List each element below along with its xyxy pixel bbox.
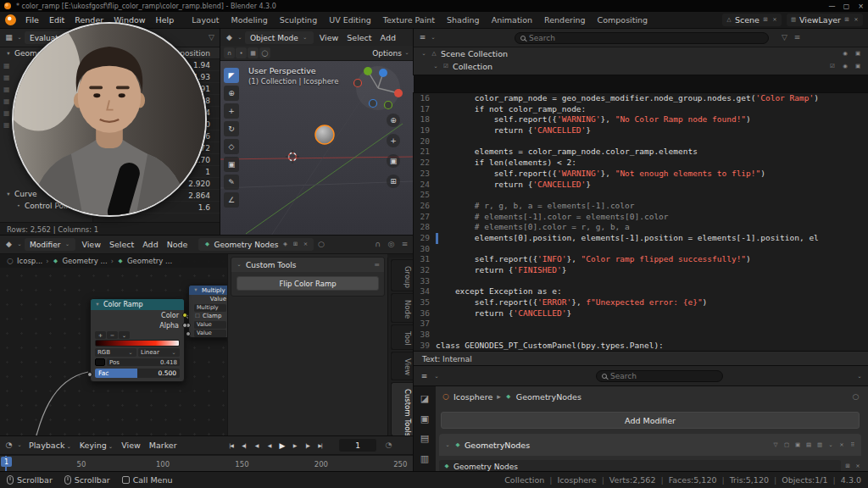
fac-input-socket[interactable]	[87, 372, 92, 377]
new-viewlayer-icon[interactable]: ⊞	[843, 14, 850, 25]
node-editor-icon[interactable]: ◆	[3, 239, 14, 250]
timeline-editor[interactable]: ◔ ⌄ Playback⌄Keying⌄ViewMarker |◀◀|◀◀▶▶|…	[0, 436, 414, 471]
navigation-gizmo[interactable]	[349, 64, 410, 115]
hide-icon[interactable]: ◉	[842, 61, 849, 72]
custom-tools-panel-header[interactable]: ⌄ Custom Tools ≡	[231, 258, 384, 272]
code-line[interactable]: 38	[414, 330, 868, 341]
code-line[interactable]: 30	[414, 244, 868, 255]
code-line[interactable]: 24 return {'CANCELLED'}	[414, 180, 868, 191]
display-cage-icon[interactable]: ▥	[816, 440, 823, 451]
pivot-icon[interactable]: •	[236, 47, 247, 58]
snapping-icon[interactable]: ∩	[372, 239, 383, 250]
prev-frame-icon[interactable]: ◀	[251, 440, 262, 451]
sidebar-tab-tool[interactable]: Tool	[391, 324, 414, 350]
options-dropdown[interactable]: Options ⌄	[372, 47, 410, 58]
code-line[interactable]: 16 color_ramp_node = geo_nodes_modifier.…	[414, 93, 868, 104]
position-field[interactable]: Pos 0.418	[107, 358, 180, 366]
workspace-tab-shading[interactable]: Shading	[441, 14, 486, 26]
proportional-icon[interactable]: ◯	[259, 47, 270, 58]
filter-icon[interactable]: ▽	[779, 32, 790, 43]
code-line[interactable]: 37	[414, 319, 868, 330]
sidebar-tab-view[interactable]: View	[391, 352, 414, 380]
value-field[interactable]: Value	[194, 330, 226, 337]
jump-start-icon[interactable]: |◀	[225, 440, 236, 451]
properties-editor-icon[interactable]: ≡	[419, 371, 430, 382]
properties-options-icon[interactable]: ⌄	[856, 371, 863, 382]
rotate-tool-icon[interactable]: ↻	[224, 121, 239, 136]
keying-clock-icon[interactable]: ◔	[383, 440, 394, 451]
sidebar-tab-custom-tools[interactable]: Custom Tools	[391, 382, 414, 436]
measure-tool-icon[interactable]: ∠	[224, 192, 239, 208]
outliner-search-input[interactable]: Search	[515, 32, 769, 44]
workspace-tab-uv-editing[interactable]: UV Editing	[323, 14, 377, 26]
code-line[interactable]: 29 elements[0].position, elements[-1].po…	[414, 233, 868, 244]
minimize-icon[interactable]: —	[825, 3, 839, 10]
color-ramp-gradient[interactable]	[95, 340, 180, 347]
code-line[interactable]: 21 elements = color_ramp_node.color_ramp…	[414, 147, 868, 158]
code-line[interactable]: 27 # elements[-1].color = elements[0].co…	[414, 212, 868, 223]
scale-tool-icon[interactable]: ◇	[224, 139, 239, 154]
workspace-tab-texture-paint[interactable]: Texture Paint	[377, 14, 441, 26]
outliner-row-scene-collection[interactable]: ⌄ △ Scene Collection ◉ ▣	[414, 47, 868, 60]
workspace-tab-rendering[interactable]: Rendering	[538, 14, 592, 26]
breadcrumb-item[interactable]: Geometry ...	[63, 257, 108, 265]
timeline-menu-playback[interactable]: Playback⌄	[25, 441, 75, 450]
value-input-socket[interactable]	[186, 331, 191, 336]
workspace-tab-sculpting[interactable]: Sculpting	[274, 14, 323, 26]
timeline-menu-keying[interactable]: Keying⌄	[75, 441, 117, 450]
alpha-output-socket[interactable]	[182, 323, 187, 328]
geometry-node-editor[interactable]: ◆ ⌄ Modifier ⌄ ViewSelectAddNode ◆ Geome…	[0, 236, 414, 436]
display-render-icon[interactable]: ▤	[805, 440, 812, 451]
sidebar-tab-group[interactable]: Group	[391, 259, 414, 291]
node-menu-add[interactable]: Add	[138, 240, 162, 249]
jump-end-icon[interactable]: ▶|	[314, 440, 326, 451]
ramp-options-icon[interactable]: ⌄	[119, 331, 130, 339]
render-properties-tab-icon[interactable]: ▣	[415, 410, 434, 428]
code-line[interactable]: 35 self.report({'ERROR'}, f"Unexpected e…	[414, 297, 868, 308]
play-icon[interactable]: ▶	[276, 440, 287, 451]
editor-menu-icon[interactable]: ≡	[399, 239, 410, 250]
modifier-name-field[interactable]: GeometryNodes	[465, 441, 530, 450]
node-menu-select[interactable]: Select	[105, 240, 138, 249]
viewport-editor-icon[interactable]: ◆	[224, 32, 235, 43]
workspace-tab-modeling[interactable]: Modeling	[225, 14, 274, 26]
workspace-tab-compositing[interactable]: Compositing	[592, 14, 654, 26]
main-menu-file[interactable]: File	[20, 15, 44, 25]
code-line[interactable]: 17 if not color_ramp_node:	[414, 104, 868, 115]
modifier-panel-header[interactable]: ⌄ ◆ GeometryNodes ▽ ▢ ▣ ▤ ▥ ⌄ × ⠿	[439, 434, 861, 456]
hide-icon[interactable]: ◉	[842, 48, 849, 59]
render-visibility-icon[interactable]: ▣	[854, 61, 861, 72]
play-reverse-icon[interactable]: ◀	[264, 440, 275, 451]
snap-icon[interactable]: ∩	[224, 47, 235, 58]
unlink-scene-icon[interactable]: ×	[771, 14, 778, 25]
add-modifier-button[interactable]: Add Modifier	[441, 412, 860, 429]
code-editor[interactable]: 16 color_ramp_node = geo_nodes_modifier.…	[414, 93, 868, 352]
breadcrumb-item[interactable]: Icosp...	[17, 257, 42, 265]
cursor-tool-icon[interactable]: ⊕	[224, 86, 239, 101]
interpolation-dropdown[interactable]: Linear⌄	[138, 348, 180, 357]
collapse-icon[interactable]: ▾	[94, 299, 101, 310]
outliner-row-collection[interactable]: ⌄ ☑ Collection ☑ ◉ ▣	[414, 60, 868, 73]
move-tool-icon[interactable]: +	[224, 103, 239, 119]
render-visibility-icon[interactable]: ▣	[854, 48, 861, 59]
new-scene-icon[interactable]: ⊞	[762, 14, 769, 25]
math-node[interactable]: ▾ Multiply Value Multiply ☐ Clamp Value …	[188, 285, 232, 338]
code-line[interactable]: 25	[414, 190, 868, 201]
timeline-menu-view[interactable]: View	[117, 441, 145, 450]
fake-user-icon[interactable]: ◈	[281, 239, 288, 250]
unlink-nodetree-icon[interactable]: ×	[302, 239, 309, 250]
collapse-icon[interactable]: ▾	[5, 189, 12, 200]
stop-color-swatch[interactable]	[95, 358, 105, 366]
collapse-icon[interactable]: ▾	[5, 48, 12, 59]
camera-icon[interactable]: ▣	[387, 154, 400, 168]
modifier-extras-icon[interactable]: ⌄	[827, 440, 834, 451]
code-line[interactable]: 22 if len(elements) < 2:	[414, 158, 868, 169]
maximize-icon[interactable]: ▢	[839, 3, 854, 10]
workspace-tab-animation[interactable]: Animation	[486, 14, 538, 26]
code-line[interactable]: 18 self.report({'WARNING'}, "No Color Ra…	[414, 114, 868, 125]
display-realtime-icon[interactable]: ▣	[794, 440, 801, 451]
pin-icon[interactable]: ○	[315, 239, 326, 250]
remove-stop-icon[interactable]: −	[107, 331, 118, 339]
prev-keyframe-icon[interactable]: ◀|	[238, 440, 249, 451]
drag-handle-icon[interactable]: ⠿	[849, 440, 856, 451]
